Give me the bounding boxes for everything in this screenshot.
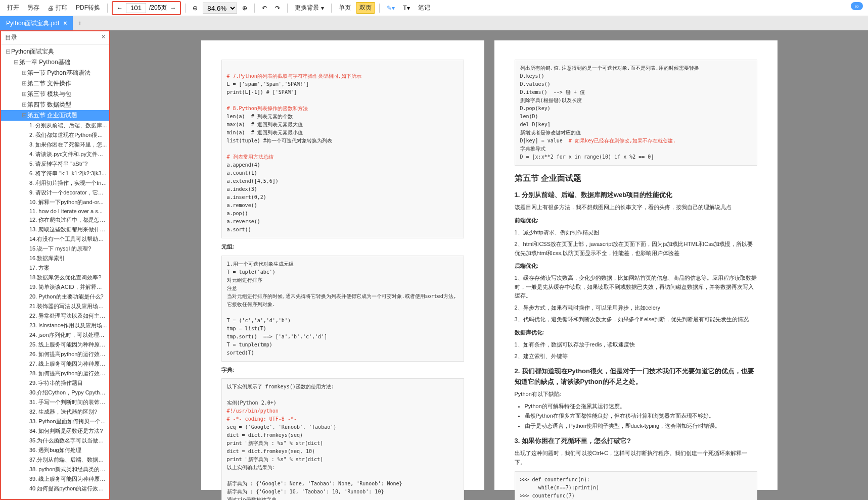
tree-item[interactable]: 22. 异常处理写法以及如何主动... — [1, 311, 109, 321]
pdf-convert-button[interactable]: PDF转换 — [73, 3, 103, 13]
text-icon[interactable]: T▾ — [400, 5, 413, 12]
tree-item[interactable]: 30.介绍Cython，Pypy Cpytho... — [1, 388, 109, 397]
tree-item[interactable]: 12. 你在爬虫过程中，都是怎么... — [1, 215, 109, 225]
zoom-out-icon[interactable]: ⊖ — [190, 5, 201, 12]
section-title: 第五节 企业面试题 — [515, 172, 757, 185]
question-heading: 2. 我们都知道现在Python很火，但是对于一门技术我们不光要知道它的优点，也… — [515, 366, 757, 387]
tree-section[interactable]: ⊞第三节 模块与包 — [1, 89, 109, 99]
tree-section[interactable]: ⊞第二节 文件操作 — [1, 78, 109, 89]
prev-page-icon[interactable]: ← — [117, 5, 123, 12]
highlight-icon[interactable]: ✎▾ — [384, 5, 398, 12]
tree-item[interactable]: 26. 如何提高python的运行效率... — [1, 349, 109, 359]
outline-sidebar: 目录 × ⊟Python面试宝典 ⊟第一章 Python基础 ⊞第一节 Pyth… — [0, 30, 110, 500]
next-page-icon[interactable]: → — [170, 5, 176, 12]
question-heading: 3. 如果你困在了死循环里，怎么打破它? — [515, 436, 757, 446]
collapse-icon[interactable]: ⊟ — [21, 112, 27, 119]
tree-item[interactable]: 29. 字符串的操作题目 — [1, 378, 109, 388]
tree-item[interactable]: 4. 请谈谈.pyc文件和.py文件的... — [1, 149, 109, 159]
tree-section-selected[interactable]: ⊟第五节 企业面试题 — [1, 110, 109, 121]
tree-item[interactable]: 1. 分别从前端、后端、数据库... — [1, 121, 109, 130]
page-navigation: ← /205页 → — [112, 1, 181, 15]
tree-item[interactable]: 20. Python的主要功能是什么? — [1, 292, 109, 302]
page-viewport[interactable]: # 7.Python的列表的截取与字符串操作类型相同,如下所示 L = ['sp… — [110, 30, 868, 500]
tree-item[interactable]: 35.为什么函数名字可以当做参... — [1, 436, 109, 445]
print-button[interactable]: 🖨打印 — [44, 3, 71, 13]
page-number-input[interactable] — [126, 3, 146, 13]
close-sidebar-icon[interactable]: × — [102, 33, 105, 42]
expand-icon[interactable]: ⊞ — [21, 69, 27, 76]
tree-item[interactable]: 39. 线上服务可能因为种种原因... — [1, 474, 109, 484]
change-background-select[interactable]: 更换背景 ▾ — [292, 3, 327, 13]
expand-icon[interactable]: ⊞ — [21, 90, 27, 97]
tree-item[interactable]: 32. 生成器，迭代器的区别? — [1, 407, 109, 417]
tree-item[interactable]: 21.装饰器的写法以及应用场景... — [1, 302, 109, 311]
tab-title: Python面试宝典.pdf — [6, 19, 59, 28]
tree-item[interactable]: 18.数据库怎么优化查询效率? — [1, 273, 109, 282]
question-heading: 1. 分别从前端、后端、数据库阐述web项目的性能优化 — [515, 190, 757, 201]
tree-item[interactable]: 14.有没有一个工具可以帮助查... — [1, 234, 109, 244]
tree-item[interactable]: 11. how do I iterate over a s... — [1, 207, 109, 215]
total-pages-label: /205页 — [149, 4, 167, 12]
tuple-heading: 元组: — [221, 242, 464, 252]
double-page-button[interactable]: 双页 — [356, 2, 375, 14]
zoom-select[interactable]: 84.6% — [203, 3, 237, 14]
collapse-icon[interactable]: ⊟ — [13, 59, 19, 66]
tree-section[interactable]: ⊞第一节 Python基础语法 — [1, 68, 109, 78]
tree-item[interactable]: 17. 方案 — [1, 263, 109, 273]
tree-item[interactable]: 40 如何提高python的运行效率... — [1, 484, 109, 493]
tree-item[interactable]: 28. 如何提高python的运行效率... — [1, 369, 109, 378]
notes-button[interactable]: 笔记 — [415, 3, 433, 13]
rotate-right-icon[interactable]: ↷ — [272, 5, 283, 12]
tree-item[interactable]: 34. 如何判断是函数还是方法? — [1, 426, 109, 436]
open-label: 打开 — [7, 4, 19, 12]
tree-item[interactable]: 38. python新式类和经典类的区... — [1, 465, 109, 474]
tree-section[interactable]: ⊞第四节 数据类型 — [1, 99, 109, 110]
tree-item[interactable]: 10. 解释一下python的and-or... — [1, 197, 109, 207]
tree-item[interactable]: 25. 线上服务可能因为种种原因... — [1, 340, 109, 349]
pdf-page-left: # 7.Python的列表的截取与字符串操作类型相同,如下所示 L = ['sp… — [201, 40, 484, 490]
tree-item[interactable]: 3. 如果你困在了死循环里，怎... — [1, 140, 109, 149]
tree-item[interactable]: 15.说一下 mysql 的原理? — [1, 244, 109, 254]
save-as-button[interactable]: 另存 — [24, 3, 42, 13]
tree-item[interactable]: 31. 手写一个判断时间的装饰器... — [1, 397, 109, 407]
file-tab[interactable]: Python面试宝典.pdf × — [0, 16, 73, 30]
tree-item[interactable]: 24. json序列化时，可以处理的... — [1, 330, 109, 340]
rotate-left-icon[interactable]: ↶ — [259, 5, 270, 12]
expand-icon[interactable]: ⊞ — [21, 80, 27, 87]
sidebar-header: 目录 × — [1, 31, 109, 44]
open-button[interactable]: 打开 — [4, 3, 22, 13]
tree-item[interactable]: 2. 我们都知道现在Python很火... — [1, 130, 109, 140]
tree-item[interactable]: 5. 请反转字符串 "aStr"? — [1, 159, 109, 169]
tree-item[interactable]: 37.分别从前端、后端、数据库... — [1, 455, 109, 465]
tree-item[interactable]: 27. 线上服务可能因为种种原因... — [1, 359, 109, 369]
zoom-in-icon[interactable]: ⊕ — [239, 5, 250, 12]
tree-item[interactable]: 36. 遇到bug如何处理 — [1, 445, 109, 455]
dict-heading: 字典: — [221, 366, 464, 375]
tree-item[interactable]: 8. 利用切片操作，实现一个trim... — [1, 178, 109, 188]
add-tab-button[interactable]: + — [73, 18, 86, 29]
tree-item[interactable]: 16.数据库索引 — [1, 254, 109, 263]
pdf-page-right: 列出所有的键,值.注意得到的是一个可迭代对象,而不是列表.用的时候需要转换 D.… — [494, 40, 778, 490]
collapse-icon[interactable]: ⊟ — [5, 48, 11, 55]
expand-icon[interactable]: ⊞ — [21, 101, 27, 108]
tree-item[interactable]: 9. 请设计一个decorator，它可... — [1, 188, 109, 197]
separator — [107, 4, 108, 13]
tree-chapter[interactable]: ⊟第一章 Python基础 — [1, 57, 109, 68]
tree-item[interactable]: 13. 爬取这些数据都用来做什么... — [1, 225, 109, 234]
tree-item[interactable]: 19. 简单谈谈ACID，并解释每一... — [1, 282, 109, 292]
tree-item[interactable]: 23. isinstance作用以及应用场... — [1, 321, 109, 330]
tree-root[interactable]: ⊟Python面试宝典 — [1, 46, 109, 57]
print-icon: 🖨 — [48, 5, 54, 12]
wps-badge-icon: ∞ — [851, 2, 863, 10]
tree-item[interactable]: 6. 将字符串 "k:1 |k1:2|k2:3|k3... — [1, 169, 109, 178]
single-page-button[interactable]: 单页 — [336, 3, 354, 13]
tree-item[interactable]: 33. Python里面如何拷贝一个对... — [1, 417, 109, 426]
close-icon[interactable]: × — [63, 20, 67, 27]
